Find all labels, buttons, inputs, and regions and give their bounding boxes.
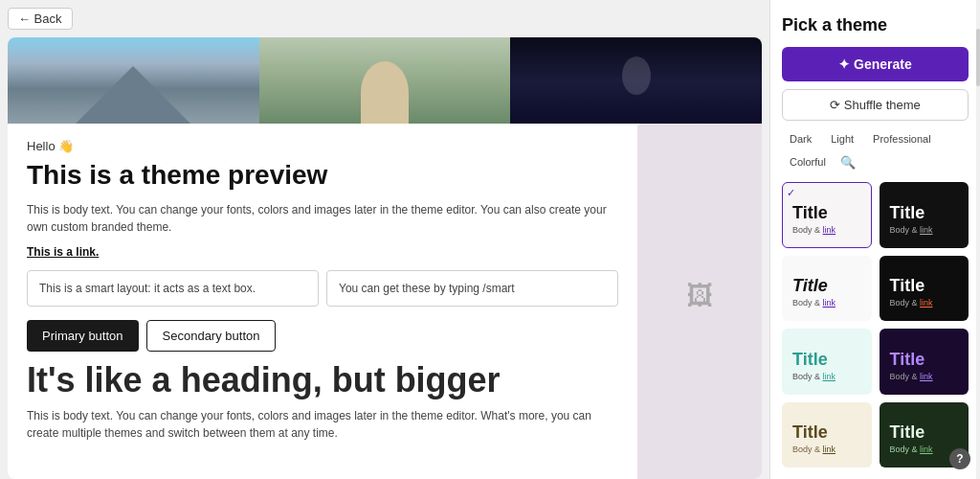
theme-title-sand: Title <box>792 422 861 443</box>
smart-layout-row: This is a smart layout: it acts as a tex… <box>27 270 618 308</box>
theme-title-pearl: Title <box>792 203 861 223</box>
panel-title: Pick a theme <box>782 15 969 35</box>
big-heading: It's like a heading, but bigger <box>27 361 618 399</box>
right-panel: Pick a theme ✦ Generate ⟳ Shuffle theme … <box>769 0 980 479</box>
help-icon[interactable]: ? <box>949 448 970 469</box>
theme-title-forest: Title <box>890 422 959 443</box>
theme-body-vortex: Body & link <box>890 225 959 235</box>
theme-title-vortex: Title <box>890 203 959 223</box>
theme-card-stardust[interactable]: Title Body & link Stardust <box>880 256 969 322</box>
theme-card-vortex[interactable]: Title Body & link Vortex <box>880 182 969 248</box>
buttons-row: Primary button Secondary button <box>27 320 618 352</box>
overlay-card: 🖼 <box>637 124 762 479</box>
theme-title-seafoam: Title <box>792 350 861 370</box>
generate-button[interactable]: ✦ Generate <box>782 47 969 81</box>
filter-professional[interactable]: Professional <box>865 130 939 148</box>
theme-body-seafoam: Body & link <box>792 372 861 381</box>
preview-title: This is a theme preview <box>27 159 618 192</box>
selected-check-icon: ✓ <box>787 187 795 199</box>
shuffle-button[interactable]: ⟳ Shuffle theme <box>782 89 969 121</box>
theme-body-nebulae: Body & link <box>890 372 959 381</box>
hello-text: Hello 👋 <box>27 139 74 153</box>
filter-colorful[interactable]: Colorful <box>782 153 834 171</box>
theme-card-pearl[interactable]: ✓ Title Body & link Pearl <box>782 182 872 248</box>
theme-card-chisel[interactable]: Title Body & link Chisel <box>782 256 872 322</box>
theme-card-inner-nebulae: Title Body & link <box>880 330 969 395</box>
filter-dark[interactable]: Dark <box>782 130 819 148</box>
smart-box-2: You can get these by typing /smart <box>326 270 618 308</box>
theme-body-sand: Body & link <box>792 445 861 454</box>
mountain-image <box>8 37 259 124</box>
smart-box-1: This is a smart layout: it acts as a tex… <box>27 270 319 308</box>
theme-card-seafoam[interactable]: Title Body & link Seafoam <box>782 329 872 395</box>
body-text-bottom: This is body text. You can change your f… <box>27 407 618 442</box>
images-row <box>8 37 762 124</box>
theme-title-nebulae: Title <box>890 350 959 370</box>
theme-body-chisel: Body & link <box>792 298 861 308</box>
theme-card-inner-seafoam: Title Body & link <box>783 330 871 395</box>
scrollbar-track <box>976 0 980 479</box>
preview-content: Hello 👋 This is a theme preview This is … <box>8 124 637 457</box>
theme-card-nebulae[interactable]: Title Body & link Nebulae <box>880 329 969 395</box>
preview-body: This is body text. You can change your f… <box>27 201 618 236</box>
theme-body-stardust: Body & link <box>890 298 959 308</box>
preview-link[interactable]: This is a link. <box>27 245 618 259</box>
primary-button[interactable]: Primary button <box>27 320 139 352</box>
back-button[interactable]: ← Back <box>8 8 73 30</box>
hello-line: Hello 👋 <box>27 139 618 153</box>
preview-container: 🖼 Hello 👋 This is a theme preview This i… <box>8 37 762 479</box>
secondary-button[interactable]: Secondary button <box>146 320 277 352</box>
theme-body-forest: Body & link <box>890 445 959 454</box>
theme-card-inner-chisel: Title Body & link <box>783 257 871 322</box>
image-placeholder-icon: 🖼 <box>686 279 713 310</box>
sparkle-image <box>510 37 762 124</box>
theme-title-chisel: Title <box>792 276 861 296</box>
theme-body-pearl: Body & link <box>792 225 861 235</box>
theme-card-sand[interactable]: Title Body & link <box>782 402 872 468</box>
filter-row: Dark Light Professional Colorful 🔍 <box>782 130 969 172</box>
filter-light[interactable]: Light <box>823 130 861 148</box>
person-image <box>259 37 511 124</box>
theme-card-inner-vortex: Title Body & link <box>880 183 969 248</box>
theme-title-stardust: Title <box>890 276 959 296</box>
scrollbar-thumb[interactable] <box>976 29 980 86</box>
theme-grid: ✓ Title Body & link Pearl Title Body & l… <box>782 182 969 468</box>
left-panel: ← Back 🖼 Hello 👋 This is a theme preview… <box>0 0 769 479</box>
filter-search-icon[interactable]: 🔍 <box>837 151 858 172</box>
theme-card-inner-sand: Title Body & link <box>783 403 871 468</box>
theme-card-inner-stardust: Title Body & link <box>880 257 969 322</box>
theme-card-inner-pearl: Title Body & link <box>783 183 871 248</box>
